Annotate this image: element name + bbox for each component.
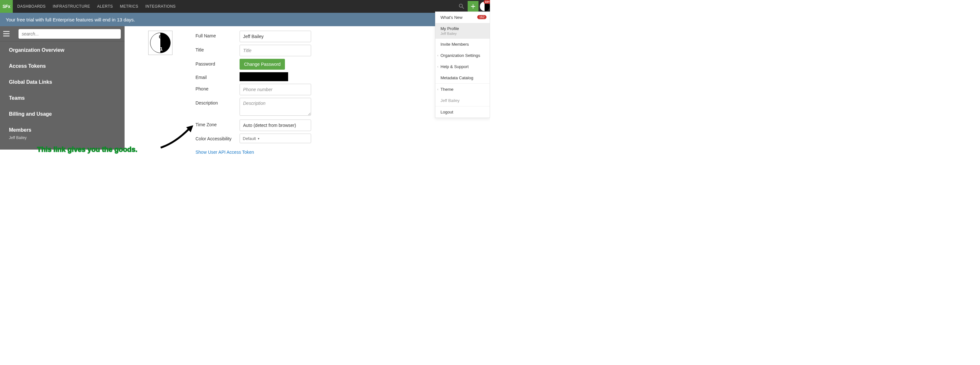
sidebar-item-billing[interactable]: Billing and Usage [9, 111, 124, 117]
chevron-left-icon: ‹ [437, 54, 438, 57]
sidebar-item-teams[interactable]: Teams [9, 95, 124, 101]
top-nav: SFx DASHBOARDS INFRASTRUCTURE ALERTS MET… [0, 0, 490, 13]
brand-logo[interactable]: SFx [0, 0, 13, 13]
chevron-left-icon: ‹ [437, 65, 438, 69]
nav-icons: 10+ [455, 0, 490, 13]
sidebar-item-tokens[interactable]: Access Tokens [9, 63, 124, 69]
sidebar-item-overview[interactable]: Organization Overview [9, 47, 124, 53]
full-name-input[interactable] [240, 31, 311, 42]
nav-links: DASHBOARDS INFRASTRUCTURE ALERTS METRICS… [13, 4, 176, 9]
create-icon[interactable] [468, 1, 479, 12]
timezone-select[interactable] [240, 120, 311, 131]
profile-form: Full Name Title Password Change Password… [196, 31, 311, 155]
sidebar-search-input[interactable] [19, 29, 121, 39]
nav-infrastructure[interactable]: INFRASTRUCTURE [53, 4, 90, 9]
menu-help-support[interactable]: ‹ Help & Support [435, 61, 490, 72]
nav-dashboards[interactable]: DASHBOARDS [17, 4, 46, 9]
notification-badge: 10+ [484, 0, 490, 4]
chevron-left-icon: ‹ [437, 88, 438, 91]
nav-integrations[interactable]: INTEGRATIONS [145, 4, 176, 9]
chevron-down-icon: ▾ [258, 137, 259, 140]
show-api-token-link[interactable]: Show User API Access Token [196, 150, 311, 155]
annotation-arrow [158, 125, 196, 152]
whats-new-badge: 162 [477, 15, 487, 19]
menu-logout[interactable]: Logout [435, 107, 490, 118]
label-phone: Phone [196, 84, 240, 91]
sidebar-menu: Organization Overview Access Tokens Glob… [0, 41, 124, 140]
menu-invite-members[interactable]: Invite Members [435, 39, 490, 50]
title-input[interactable] [240, 45, 311, 56]
email-redacted [240, 72, 288, 81]
label-color: Color Accessibility [196, 134, 240, 141]
nav-metrics[interactable]: METRICS [120, 4, 138, 9]
sidebar: Organization Overview Access Tokens Glob… [0, 26, 124, 150]
nav-alerts[interactable]: ALERTS [97, 4, 113, 9]
menu-theme[interactable]: ‹ Theme [435, 84, 490, 95]
trial-banner: Your free trial with full Enterprise fea… [0, 13, 490, 26]
menu-footer-user: Jeff Bailey [435, 95, 490, 106]
sidebar-item-datalinks[interactable]: Global Data Links [9, 79, 124, 85]
label-full-name: Full Name [196, 31, 240, 38]
profile-avatar[interactable]: 01 [148, 31, 172, 55]
menu-my-profile[interactable]: My Profile Jeff Bailey [435, 23, 490, 39]
sidebar-search[interactable] [19, 29, 121, 39]
label-description: Description [196, 98, 240, 105]
description-textarea[interactable] [240, 98, 311, 116]
menu-whats-new[interactable]: What's New 162 [435, 12, 490, 23]
change-password-button[interactable]: Change Password [240, 59, 285, 70]
hamburger-icon[interactable] [0, 27, 13, 40]
menu-org-settings[interactable]: ‹ Organization Settings [435, 50, 490, 61]
menu-my-profile-sub: Jeff Bailey [441, 32, 485, 35]
label-timezone: Time Zone [196, 120, 240, 127]
phone-input[interactable] [240, 84, 311, 95]
search-icon[interactable] [456, 1, 467, 12]
label-email: Email [196, 72, 240, 80]
annotation-caption: This link gives you the goods. [37, 145, 137, 154]
user-avatar-icon[interactable]: 10+ [479, 1, 490, 12]
menu-metadata-catalog[interactable]: Metadata Catalog [435, 72, 490, 83]
label-title: Title [196, 45, 240, 53]
label-password: Password [196, 59, 240, 67]
user-dropdown-menu: What's New 162 My Profile Jeff Bailey In… [435, 11, 490, 118]
sidebar-members-user[interactable]: Jeff Bailey [9, 135, 124, 140]
sidebar-item-members[interactable]: Members [9, 127, 124, 133]
color-accessibility-select[interactable]: Default▾ [240, 134, 311, 143]
